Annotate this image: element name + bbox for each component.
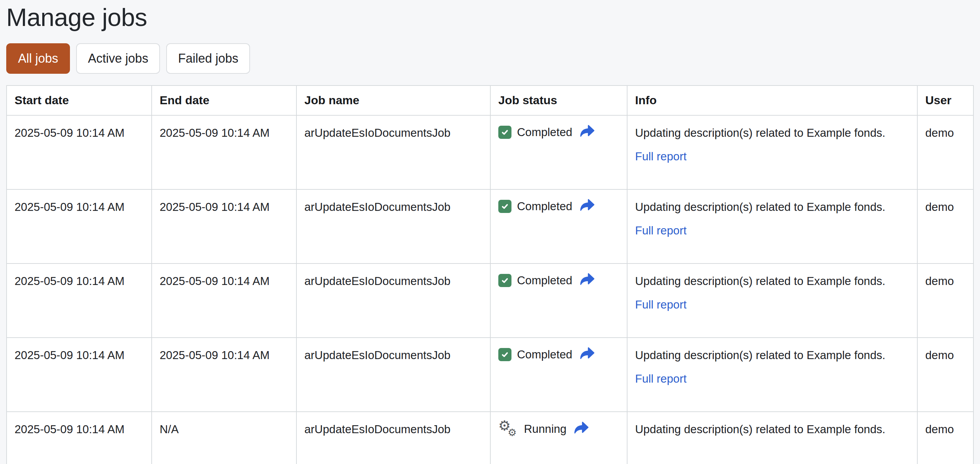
cell-job-name: arUpdateEsIoDocumentsJob: [296, 412, 490, 464]
cell-info: Updating description(s) related to Examp…: [627, 115, 917, 189]
filter-active-jobs-button[interactable]: Active jobs: [76, 43, 160, 74]
running-gears-icon: ⚙⚙: [498, 421, 519, 437]
jobs-table: Start dateEnd dateJob nameJob statusInfo…: [6, 85, 974, 464]
job-row: 2025-05-09 10:14 AM2025-05-09 10:14 AMar…: [6, 115, 974, 189]
cell-job-name: arUpdateEsIoDocumentsJob: [296, 189, 490, 264]
page-title: Manage jobs: [6, 3, 974, 32]
column-header-start-date: Start date: [6, 86, 152, 115]
full-report-link[interactable]: Full report: [635, 148, 687, 166]
cell-user: demo: [917, 189, 974, 264]
job-status-label: Completed: [517, 200, 573, 213]
job-info-text: Updating description(s) related to Examp…: [635, 420, 902, 439]
filter-failed-jobs-button[interactable]: Failed jobs: [166, 43, 250, 74]
jobs-table-body: 2025-05-09 10:14 AM2025-05-09 10:14 AMar…: [6, 115, 974, 464]
cell-job-status: Completed: [490, 189, 627, 264]
cell-start-date: 2025-05-09 10:14 AM: [6, 189, 152, 264]
cell-user: demo: [917, 264, 974, 338]
cell-end-date: N/A: [152, 412, 296, 464]
job-status-label: Completed: [517, 348, 573, 361]
cell-job-status: ⚙⚙Running: [490, 412, 627, 464]
completed-check-icon: [498, 200, 511, 213]
cell-job-name: arUpdateEsIoDocumentsJob: [296, 264, 490, 338]
cell-start-date: 2025-05-09 10:14 AM: [6, 115, 152, 189]
job-row: 2025-05-09 10:14 AMN/AarUpdateEsIoDocume…: [6, 412, 974, 464]
job-details-arrow-icon[interactable]: [580, 273, 595, 288]
column-header-end-date: End date: [152, 86, 296, 115]
cell-end-date: 2025-05-09 10:14 AM: [152, 338, 296, 412]
job-info-text: Updating description(s) related to Examp…: [635, 272, 902, 291]
table-header-row: Start dateEnd dateJob nameJob statusInfo…: [6, 86, 974, 115]
cell-end-date: 2025-05-09 10:14 AM: [152, 189, 296, 264]
job-details-arrow-icon[interactable]: [574, 421, 589, 437]
job-status-label: Running: [524, 423, 566, 435]
completed-check-icon: [498, 126, 511, 139]
job-status: ⚙⚙Running: [498, 421, 619, 437]
job-status: Completed: [498, 199, 619, 214]
job-details-arrow-icon[interactable]: [580, 125, 595, 140]
job-info-text: Updating description(s) related to Examp…: [635, 198, 902, 216]
cell-job-status: Completed: [490, 338, 627, 412]
column-header-user: User: [917, 86, 974, 115]
full-report-link[interactable]: Full report: [635, 296, 687, 314]
job-row: 2025-05-09 10:14 AM2025-05-09 10:14 AMar…: [6, 264, 974, 338]
job-status: Completed: [498, 273, 619, 288]
cell-user: demo: [917, 338, 974, 412]
job-status-label: Completed: [517, 274, 573, 287]
cell-info: Updating description(s) related to Examp…: [627, 189, 917, 264]
cell-user: demo: [917, 412, 974, 464]
completed-check-icon: [498, 274, 511, 287]
cell-start-date: 2025-05-09 10:14 AM: [6, 412, 152, 464]
full-report-link[interactable]: Full report: [635, 222, 687, 240]
job-info-text: Updating description(s) related to Examp…: [635, 124, 902, 142]
job-info-text: Updating description(s) related to Examp…: [635, 346, 902, 365]
column-header-info: Info: [627, 86, 917, 115]
cell-end-date: 2025-05-09 10:14 AM: [152, 115, 296, 189]
cell-job-name: arUpdateEsIoDocumentsJob: [296, 338, 490, 412]
column-header-job-status: Job status: [490, 86, 627, 115]
job-row: 2025-05-09 10:14 AM2025-05-09 10:14 AMar…: [6, 338, 974, 412]
job-status-label: Completed: [517, 126, 573, 139]
cell-start-date: 2025-05-09 10:14 AM: [6, 338, 152, 412]
job-details-arrow-icon[interactable]: [580, 199, 595, 214]
cell-job-name: arUpdateEsIoDocumentsJob: [296, 115, 490, 189]
cell-info: Updating description(s) related to Examp…: [627, 264, 917, 338]
filter-all-jobs-button[interactable]: All jobs: [6, 43, 70, 74]
cell-job-status: Completed: [490, 264, 627, 338]
completed-check-icon: [498, 348, 511, 361]
job-status: Completed: [498, 125, 619, 140]
manage-jobs-page: Manage jobs All jobs Active jobs Failed …: [0, 3, 980, 464]
cell-end-date: 2025-05-09 10:14 AM: [152, 264, 296, 338]
job-row: 2025-05-09 10:14 AM2025-05-09 10:14 AMar…: [6, 189, 974, 264]
cell-start-date: 2025-05-09 10:14 AM: [6, 264, 152, 338]
cell-job-status: Completed: [490, 115, 627, 189]
column-header-job-name: Job name: [296, 86, 490, 115]
job-filter-buttons: All jobs Active jobs Failed jobs: [6, 43, 974, 74]
cell-info: Updating description(s) related to Examp…: [627, 338, 917, 412]
job-details-arrow-icon[interactable]: [580, 347, 595, 362]
cell-info: Updating description(s) related to Examp…: [627, 412, 917, 464]
full-report-link[interactable]: Full report: [635, 370, 687, 388]
job-status: Completed: [498, 347, 619, 362]
cell-user: demo: [917, 115, 974, 189]
